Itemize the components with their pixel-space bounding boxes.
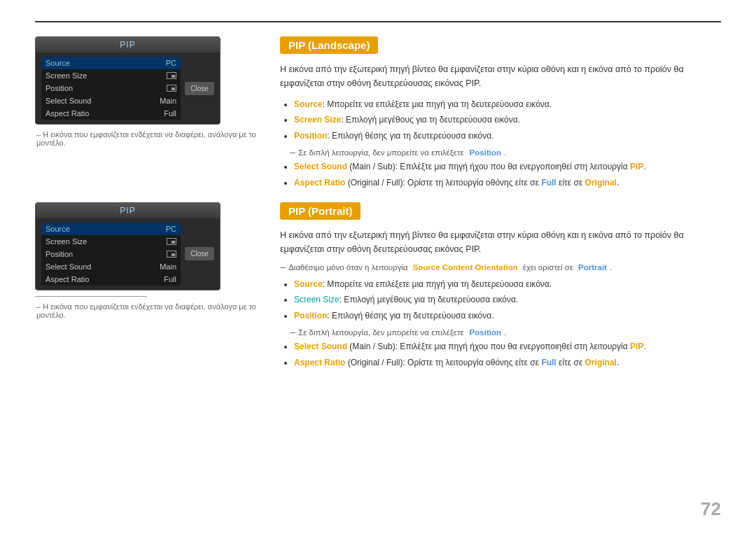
pip-row-aspectratio-portrait[interactable]: Aspect Ratio Full xyxy=(41,273,181,286)
position-label-p: Position xyxy=(46,250,73,258)
bullet-position-l: Position: Επιλογή θέσης για τη δευτερεύο… xyxy=(294,129,721,143)
subnote-position-p: Σε διπλή λειτουργία, δεν μπορείτε να επι… xyxy=(290,328,721,337)
pip-landscape-box: PIP Source PC Screen Size Position xyxy=(35,36,220,125)
landscape-heading: PIP (Landscape) xyxy=(280,36,378,54)
pip-landscape-title: PIP xyxy=(36,37,220,52)
selectsound-highlight-p: Select Sound xyxy=(294,342,347,351)
source-value-l: PC xyxy=(166,59,176,67)
screensize-highlight-l: Screen Size xyxy=(294,115,341,125)
landscape-bullets: Source: Μπορείτε να επιλέξετε μια πηγή γ… xyxy=(280,97,721,143)
landscape-right: PIP (Landscape) Η εικόνα από την εξωτερι… xyxy=(280,36,721,195)
page-number: 72 xyxy=(701,498,721,520)
pip-row-selectsound-landscape[interactable]: Select Sound Main xyxy=(41,94,181,107)
bullet-screensize-p: Screen Size: Επιλογή μεγέθους για τη δευ… xyxy=(294,293,721,307)
pip-portrait-note: – Η εικόνα που εμφανίζεται ενδέχεται να … xyxy=(36,302,259,319)
pip-portrait-menu: Source PC Screen Size Position Selec xyxy=(41,223,181,286)
pip-row-source-landscape[interactable]: Source PC xyxy=(41,57,181,69)
position-highlight-l: Position xyxy=(294,131,327,141)
pip-row-screensize-landscape[interactable]: Screen Size xyxy=(41,69,181,82)
landscape-desc: Η εικόνα από την εξωτερική πηγή βίντεο θ… xyxy=(280,62,721,90)
availability-note-p: Διαθέσιμο μόνο όταν η λειτουργία Source … xyxy=(280,263,721,272)
pip-portrait-box: PIP Source PC Screen Size Position xyxy=(35,202,220,290)
source-label-l: Source xyxy=(46,59,70,67)
aspectratio-label-l: Aspect Ratio xyxy=(46,109,89,118)
portrait-left: PIP Source PC Screen Size Position xyxy=(35,202,259,375)
pip-portrait-title: PIP xyxy=(36,203,220,218)
pip-landscape-inner: Source PC Screen Size Position Selec xyxy=(36,52,220,124)
pip-portrait-inner: Source PC Screen Size Position Selec xyxy=(36,218,220,290)
top-rule xyxy=(35,21,721,22)
pip-row-source-portrait[interactable]: Source PC xyxy=(41,223,181,235)
aspectratio-highlight-l: Aspect Ratio xyxy=(294,178,345,188)
pip-row-screensize-portrait[interactable]: Screen Size xyxy=(41,235,181,248)
pip-row-selectsound-portrait[interactable]: Select Sound Main xyxy=(41,260,181,273)
page-container: PIP Source PC Screen Size Position xyxy=(0,0,756,534)
screensize-icon-l xyxy=(167,72,176,79)
portrait-desc: Η εικόνα από την εξωτερική πηγή βίντεο θ… xyxy=(280,228,721,256)
position-subnote-highlight-l: Position xyxy=(470,148,501,157)
bullet-aspectratio-l: Aspect Ratio (Original / Full): Ορίστε τ… xyxy=(294,176,721,190)
pip-ref-l1: PIP xyxy=(630,162,643,171)
bullet-screensize-l: Screen Size: Επιλογή μεγέθους για τη δευ… xyxy=(294,113,721,127)
portrait-bullets-2: Select Sound (Main / Sub): Επιλέξτε μια … xyxy=(280,339,721,370)
screensize-label-l: Screen Size xyxy=(46,71,87,80)
landscape-bullets-2: Select Sound (Main / Sub): Επιλέξτε μια … xyxy=(280,160,721,190)
portrait-bullets: Source: Μπορείτε να επιλέξετε μια πηγή γ… xyxy=(280,277,721,323)
portrait-section-row: PIP Source PC Screen Size Position xyxy=(35,202,721,375)
original-highlight-l: Original xyxy=(585,178,617,188)
selectsound-value-p: Main xyxy=(160,262,176,271)
pip-landscape-close-area: Close xyxy=(185,57,214,120)
full-highlight-l: Full xyxy=(541,178,556,188)
portrait-ref: Portrait xyxy=(578,263,607,272)
position-icon-l xyxy=(167,85,176,92)
bullet-selectsound-p: Select Sound (Main / Sub): Επιλέξτε μια … xyxy=(294,339,721,353)
landscape-section-row: PIP Source PC Screen Size Position xyxy=(35,36,721,195)
close-button-portrait[interactable]: Close xyxy=(185,247,214,260)
source-highlight-p: Source xyxy=(294,279,323,289)
source-value-p: PC xyxy=(166,225,176,233)
aspectratio-highlight-p: Aspect Ratio xyxy=(294,358,345,367)
position-label-l: Position xyxy=(46,84,73,92)
pip-row-position-landscape[interactable]: Position xyxy=(41,82,181,94)
source-content-orientation: Source Content Orientation xyxy=(413,263,518,272)
bullet-selectsound-l: Select Sound (Main / Sub): Επιλέξτε μια … xyxy=(294,160,721,174)
pip-row-aspectratio-landscape[interactable]: Aspect Ratio Full xyxy=(41,107,181,120)
pip-portrait-close-area: Close xyxy=(185,223,214,286)
aspectratio-value-p: Full xyxy=(164,275,176,283)
selectsound-highlight-l: Select Sound xyxy=(294,162,347,171)
selectsound-label-p: Select Sound xyxy=(46,262,91,271)
aspectratio-label-p: Aspect Ratio xyxy=(46,275,89,283)
full-highlight-p: Full xyxy=(541,358,556,367)
bullet-source-l: Source: Μπορείτε να επιλέξετε μια πηγή γ… xyxy=(294,97,721,111)
original-highlight-p: Original xyxy=(585,358,617,367)
screensize-icon-p xyxy=(167,238,176,245)
screensize-label-p: Screen Size xyxy=(46,237,87,246)
selectsound-value-l: Main xyxy=(160,97,176,105)
pip-landscape-note: – Η εικόνα που εμφανίζεται ενδέχεται να … xyxy=(36,130,259,147)
bullet-position-p: Position: Επιλογή θέσης για τη δευτερεύο… xyxy=(294,309,721,323)
aspectratio-value-l: Full xyxy=(164,109,176,118)
source-label-p: Source xyxy=(46,225,70,233)
portrait-heading: PIP (Portrait) xyxy=(280,202,360,220)
portrait-divider xyxy=(35,296,147,297)
bullet-aspectratio-p: Aspect Ratio (Original / Full): Ορίστε τ… xyxy=(294,356,721,370)
pip-row-position-portrait[interactable]: Position xyxy=(41,248,181,260)
landscape-left: PIP Source PC Screen Size Position xyxy=(35,36,259,195)
close-button-landscape[interactable]: Close xyxy=(185,82,214,95)
position-highlight-p: Position xyxy=(294,311,327,321)
position-subnote-highlight-p: Position xyxy=(470,328,501,337)
subnote-position-l: Σε διπλή λειτουργία, δεν μπορείτε να επι… xyxy=(290,148,721,157)
position-icon-p xyxy=(167,251,176,258)
pip-landscape-menu: Source PC Screen Size Position Selec xyxy=(41,57,181,120)
bullet-source-p: Source: Μπορείτε να επιλέξετε μια πηγή γ… xyxy=(294,277,721,291)
selectsound-label-l: Select Sound xyxy=(46,97,91,105)
pip-ref-p1: PIP xyxy=(630,342,643,351)
portrait-right: PIP (Portrait) Η εικόνα από την εξωτερικ… xyxy=(280,202,721,375)
source-highlight-l: Source xyxy=(294,99,323,109)
screensize-highlight-p: Screen Size xyxy=(294,295,340,304)
